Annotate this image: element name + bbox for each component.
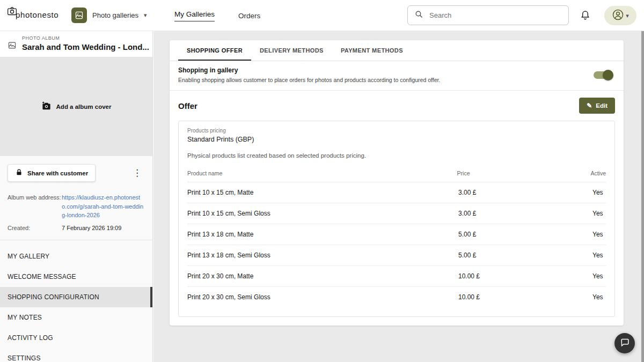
column-header-product-name: Product name [187,170,457,176]
products-pricing-label: Products pricing [187,128,606,134]
table-row: Print 13 x 18 cm, Matte 5.00 £ Yes [187,224,606,245]
lock-icon [15,168,23,178]
album-title: Sarah and Tom Wedding - Lond... [22,42,149,51]
edit-offer-button[interactable]: ✎ Edit [579,98,615,114]
search-icon [414,10,423,21]
shopping-configuration-card: SHOPPING OFFER DELIVERY METHODS PAYMENT … [170,40,624,326]
logo-text: photonesto [16,10,58,19]
album-web-address-label: Album web address: [8,193,62,220]
created-value: 7 February 2026 19:09 [62,224,121,233]
table-row: Print 20 x 30 cm, Semi Gloss 10.00 £ Yes [187,286,606,307]
nav-orders[interactable]: Orders [238,12,260,20]
shopping-in-gallery-description: Enabling shopping allows customer to pla… [178,77,440,83]
column-header-active: Active [590,170,606,176]
product-name: Print 20 x 30 cm, Semi Gloss [187,293,458,301]
galleries-icon [71,8,87,23]
product-active: Yes [592,210,606,217]
chevron-down-icon: ▾ [626,13,629,19]
photo-galleries-dropdown[interactable]: Photo galleries ▾ [71,8,147,23]
logo-camera-icon [6,8,18,21]
product-active: Yes [592,252,606,259]
share-button-label: Share with customer [27,170,88,176]
main-content: SHOPPING OFFER DELIVERY METHODS PAYMENT … [153,31,644,362]
shopping-in-gallery-title: Shopping in gallery [178,67,440,74]
edit-button-label: Edit [596,102,608,109]
table-row: Print 10 x 15 cm, Semi Gloss 3.00 £ Yes [187,203,606,224]
album-web-address-link[interactable]: https://klaudiusz-en.photonesto.com/g/sa… [62,193,145,220]
product-price: 5.00 £ [458,252,592,259]
column-header-price: Price [457,170,591,176]
share-with-customer-button[interactable]: Share with customer [8,164,96,182]
product-price: 10.00 £ [458,293,592,301]
topbar: photonesto Photo galleries ▾ My Gallerie… [0,0,644,31]
toggle-knob [603,70,613,80]
nav-my-galleries[interactable]: My Galleries [174,10,215,21]
chevron-down-icon: ▾ [144,12,147,18]
sidebar-item-shopping-configuration[interactable]: SHOPPING CONFIGURATION [0,287,152,307]
album-type-label: PHOTO ALBUM [22,35,149,41]
product-active: Yes [592,293,606,301]
page-scrollbar[interactable] [641,31,644,362]
offer-details: Products pricing Standard Prints (GBP) P… [178,121,615,317]
chat-bubble-icon [620,337,630,349]
sidebar-item-settings[interactable]: SETTINGS [0,348,152,362]
album-info: Album web address: https://klaudiusz-en.… [0,187,152,240]
shopping-in-gallery-text: Shopping in gallery Enabling shopping al… [178,67,440,83]
product-price: 3.00 £ [458,189,592,196]
product-name: Print 13 x 18 cm, Semi Gloss [187,252,458,259]
product-price: 3.00 £ [458,210,592,217]
product-active: Yes [592,189,606,196]
products-table-header: Product name Price Active [187,165,606,182]
add-album-cover-label: Add a album cover [56,104,112,110]
add-album-cover-button[interactable]: Add a album cover [41,101,112,112]
share-row: Share with customer ⋮ [0,156,152,187]
album-header-text: PHOTO ALBUM Sarah and Tom Wedding - Lond… [22,35,149,52]
notifications-button[interactable] [580,10,591,23]
album-web-address-row: Album web address: https://klaudiusz-en.… [8,193,145,220]
search-input[interactable] [429,11,562,19]
album-created-row: Created: 7 February 2026 19:09 [8,224,145,233]
product-name: Print 10 x 15 cm, Semi Gloss [187,210,458,217]
sidebar-item-activity-log[interactable]: ACTIVITY LOG [0,328,152,348]
chat-widget-button[interactable] [614,333,635,353]
created-label: Created: [8,224,62,233]
shopping-in-gallery-section: Shopping in gallery Enabling shopping al… [170,61,624,91]
product-name: Print 20 x 30 cm, Matte [187,272,458,280]
products-list-note: Physical products list created based on … [187,152,606,159]
album-header: PHOTO ALBUM Sarah and Tom Wedding - Lond… [0,31,152,57]
tab-delivery-methods[interactable]: DELIVERY METHODS [251,40,332,61]
sidebar-item-welcome-message[interactable]: WELCOME MESSAGE [0,267,152,287]
table-row: Print 20 x 30 cm, Matte 10.00 £ Yes [187,265,606,286]
logo[interactable]: photonesto [6,8,58,21]
product-price: 5.00 £ [458,231,592,238]
product-active: Yes [592,272,606,280]
offer-title: Offer [178,101,197,110]
photo-album-icon [8,41,17,52]
sidebar: PHOTO ALBUM Sarah and Tom Wedding - Lond… [0,31,153,362]
product-name: Print 10 x 15 cm, Matte [187,189,458,196]
top-navigation: My Galleries Orders [174,0,260,31]
search-box [407,5,569,25]
album-options-kebab-icon[interactable]: ⋮ [127,166,147,180]
product-price: 10.00 £ [458,272,592,280]
table-row: Print 10 x 15 cm, Matte 3.00 £ Yes [187,182,606,203]
sidebar-item-my-gallery[interactable]: MY GALLERY [0,246,152,267]
product-active: Yes [592,231,606,238]
tab-bar: SHOPPING OFFER DELIVERY METHODS PAYMENT … [170,40,624,61]
album-cover-placeholder: Add a album cover [0,57,152,156]
tab-payment-methods[interactable]: PAYMENT METHODS [332,40,412,61]
products-pricing-value: Standard Prints (GBP) [187,136,606,143]
sidebar-navigation: MY GALLERY WELCOME MESSAGE SHOPPING CONF… [0,240,152,362]
sidebar-item-my-notes[interactable]: MY NOTES [0,307,152,328]
product-name: Print 13 x 18 cm, Matte [187,231,458,238]
bell-icon [580,14,591,23]
products-table: Product name Price Active Print 10 x 15 … [187,165,606,307]
offer-header: Offer ✎ Edit [170,91,624,120]
galleries-dropdown-label: Photo galleries [92,11,138,19]
user-menu[interactable]: ▾ [604,6,636,25]
pencil-icon: ✎ [587,102,592,109]
shopping-enabled-toggle[interactable] [594,71,612,79]
avatar-icon [612,9,624,23]
tab-shopping-offer[interactable]: SHOPPING OFFER [178,40,251,61]
add-photo-camera-icon [41,101,52,112]
